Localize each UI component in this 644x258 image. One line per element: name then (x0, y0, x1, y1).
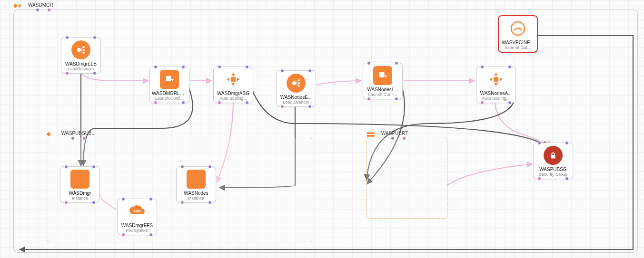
node-subtitle: Security Group (535, 172, 571, 177)
svg-point-14 (298, 82, 300, 84)
security-group-icon (544, 146, 563, 165)
svg-line-18 (296, 83, 298, 86)
svg-point-12 (292, 81, 296, 85)
svg-rect-1 (367, 135, 375, 137)
node-subtitle: Instance (178, 196, 214, 201)
node-wasnodesa[interactable]: WASNodesA... Auto Scaling... (476, 67, 516, 103)
svg-point-5 (83, 49, 85, 51)
node-subtitle: Auto Scaling... (478, 96, 514, 101)
launch-config-icon (160, 70, 179, 89)
launch-config-icon (373, 66, 392, 85)
svg-rect-0 (367, 133, 375, 134)
node-title: WASDmgrELB (63, 61, 99, 67)
node-wasdmgrasg[interactable]: WASDmgrASG Auto Scaling... (213, 67, 253, 103)
route-table-icon (365, 130, 376, 141)
ec2-instance-icon (70, 170, 89, 189)
autoscaling-icon (224, 70, 243, 89)
group-waspubrt[interactable]: WASPUBRT (367, 138, 447, 219)
node-title: WASNodesE... (278, 95, 314, 100)
svg-line-7 (80, 47, 83, 50)
svg-line-16 (296, 80, 298, 83)
node-subtitle: Launch Confi... (152, 96, 187, 101)
node-subtitle: File System (119, 228, 155, 233)
load-balancer-icon (287, 74, 306, 93)
node-wasdmgrefs[interactable]: AWS WASDmgrEFS File System (117, 199, 157, 235)
load-balancer-icon (71, 40, 90, 59)
node-subtitle: Instance (62, 196, 98, 201)
svg-rect-20 (494, 77, 498, 82)
node-title: WASDMGRLC... (152, 91, 187, 96)
svg-text:AWS: AWS (133, 210, 141, 213)
node-title: WASVPCINE... (501, 40, 535, 45)
node-subtitle: Launch Confi... (365, 92, 400, 97)
aws-logo-icon (45, 130, 57, 141)
efs-icon: AWS (128, 202, 147, 221)
svg-point-4 (83, 46, 85, 48)
node-wasdmgr[interactable]: WASDmgr Instance (60, 166, 100, 203)
node-title: WASNodesA... (478, 91, 514, 96)
group-label: WASDMGR (28, 2, 53, 8)
internet-gateway-icon (508, 19, 527, 38)
node-title: WASNodes (178, 191, 214, 196)
svg-rect-10 (166, 76, 171, 81)
node-title: WASNodesL... (365, 87, 400, 92)
node-wasdmgrelb[interactable]: WASDmgrELB LoadBalancer (61, 37, 101, 74)
node-title: WASPUBSG (535, 167, 571, 172)
node-subtitle: Auto Scaling... (216, 96, 251, 101)
node-wasdmgrlc[interactable]: WASDMGRLC... Launch Confi... (149, 67, 189, 103)
svg-rect-21 (551, 155, 555, 158)
aws-logo-icon (12, 1, 23, 13)
svg-point-6 (83, 52, 85, 54)
node-title: WASDmgr (62, 191, 98, 196)
node-title: WASDmgrEFS (119, 223, 155, 228)
svg-point-13 (298, 79, 300, 81)
node-subtitle: LoadBalancer (63, 67, 99, 71)
svg-rect-11 (231, 77, 236, 82)
node-subtitle: LoadBalancer (278, 100, 314, 105)
node-wasnodesl[interactable]: WASNodesL... Launch Confi... (363, 63, 403, 99)
node-waspubsg[interactable]: WASPUBSG Security Group (533, 143, 573, 179)
diagram-canvas[interactable]: WASDMGR WASPUBSUB... WASPUBRT WASVPCINE.… (0, 0, 644, 258)
node-subtitle: Internet Gat... (501, 45, 535, 50)
node-title: WASDmgrASG (216, 91, 251, 96)
svg-line-9 (80, 50, 83, 53)
node-wasnodese[interactable]: WASNodesE... LoadBalancer (276, 70, 316, 107)
svg-rect-19 (379, 72, 385, 77)
svg-point-3 (77, 48, 81, 52)
group-label: WASPUBSUB... (61, 131, 96, 136)
svg-point-15 (298, 85, 300, 87)
node-wasvpcine[interactable]: WASVPCINE... Internet Gat... (498, 15, 538, 53)
ec2-instance-icon (187, 170, 206, 189)
node-wasnodes[interactable]: WASNodes Instance (176, 166, 216, 203)
autoscaling-icon (486, 70, 505, 89)
group-label: WASPUBRT (381, 131, 408, 136)
